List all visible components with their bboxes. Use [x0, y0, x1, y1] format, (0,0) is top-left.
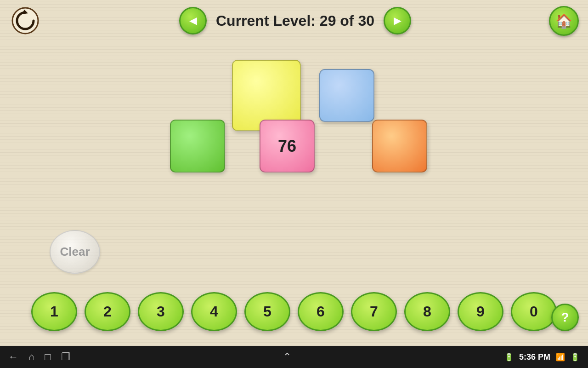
num-label-7: 7	[370, 303, 378, 320]
qr-icon[interactable]: ❐	[61, 351, 70, 363]
status-left-icons: ← ⌂ □ ❐	[8, 351, 70, 363]
top-bar: ◀ Current Level: 29 of 30 ▶ 🏠	[0, 0, 588, 41]
restart-button[interactable]	[9, 5, 41, 37]
block-pink[interactable]: 76	[260, 120, 315, 172]
num-btn-1[interactable]: 1	[31, 292, 77, 331]
clear-label: Clear	[60, 245, 90, 259]
help-button[interactable]: ?	[551, 304, 579, 331]
num-btn-2[interactable]: 2	[85, 292, 130, 331]
block-grid: 76	[156, 60, 432, 189]
num-label-3: 3	[157, 303, 165, 320]
num-label-5: 5	[263, 303, 271, 320]
battery-icon: 🔋	[571, 353, 580, 362]
num-label-2: 2	[103, 303, 112, 320]
nav-up-icon: ⌃	[283, 351, 291, 362]
num-label-4: 4	[210, 303, 218, 320]
num-btn-4[interactable]: 4	[191, 292, 237, 331]
num-label-9: 9	[476, 303, 485, 320]
home-nav-icon[interactable]: ⌂	[28, 351, 34, 363]
help-icon: ?	[561, 310, 569, 325]
block-green[interactable]	[170, 120, 225, 172]
nav-area: ◀ Current Level: 29 of 30 ▶	[179, 7, 411, 34]
home-button[interactable]: 🏠	[549, 6, 579, 36]
num-label-1: 1	[50, 303, 58, 320]
status-center: ⌃	[283, 351, 291, 363]
wifi-icon: 📶	[556, 353, 565, 362]
num-btn-8[interactable]: 8	[404, 292, 450, 331]
next-icon: ▶	[394, 15, 401, 27]
next-button[interactable]: ▶	[384, 7, 411, 34]
prev-button[interactable]: ◀	[179, 7, 207, 34]
signal-icon: 🔋	[504, 353, 514, 362]
block-blue[interactable]	[319, 69, 374, 122]
block-orange[interactable]	[372, 120, 427, 172]
num-btn-0[interactable]: 0	[511, 292, 557, 331]
puzzle-area: 76	[0, 60, 588, 189]
num-btn-9[interactable]: 9	[458, 292, 503, 331]
time-display: 5:36 PM	[519, 352, 550, 362]
number-row: 1 2 3 4 5 6 7 8 9 0	[0, 292, 588, 331]
num-label-6: 6	[317, 303, 325, 320]
num-btn-5[interactable]: 5	[244, 292, 290, 331]
recents-icon[interactable]: □	[45, 351, 51, 363]
num-btn-6[interactable]: 6	[298, 292, 344, 331]
num-label-0: 0	[530, 303, 538, 320]
status-right-info: 🔋 5:36 PM 📶 🔋	[504, 352, 580, 362]
num-label-8: 8	[423, 303, 431, 320]
status-bar: ← ⌂ □ ❐ ⌃ 🔋 5:36 PM 📶 🔋	[0, 346, 588, 368]
block-pink-value: 76	[278, 137, 296, 156]
prev-icon: ◀	[189, 15, 197, 27]
level-title: Current Level: 29 of 30	[216, 12, 374, 29]
back-icon[interactable]: ←	[8, 351, 18, 363]
num-btn-7[interactable]: 7	[351, 292, 397, 331]
clear-button[interactable]: Clear	[50, 230, 100, 274]
num-btn-3[interactable]: 3	[138, 292, 184, 331]
home-icon: 🏠	[555, 13, 572, 29]
